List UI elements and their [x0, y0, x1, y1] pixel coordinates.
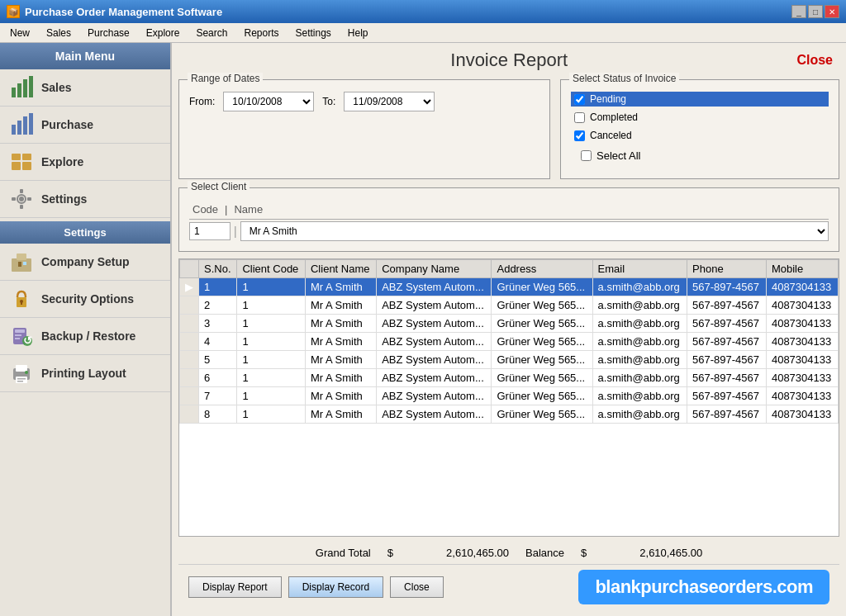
phone-cell: 567-897-4567	[687, 296, 767, 315]
select-client-title: Select Client	[188, 181, 250, 192]
status-checkbox-completed[interactable]	[574, 112, 585, 123]
to-date-select[interactable]: 11/09/2008	[344, 92, 435, 111]
status-label-pending: Pending	[590, 93, 626, 105]
company-name-cell: ABZ System Autom...	[377, 387, 492, 405]
sidebar-item-purchase[interactable]: Purchase	[0, 107, 170, 144]
col-sno: S.No.	[199, 260, 237, 278]
address-cell: Grüner Weg 565...	[492, 369, 592, 387]
phone-cell: 567-897-4567	[687, 405, 767, 424]
bottom-bar: Display Report Display Record Close blan…	[178, 564, 839, 609]
range-of-dates-box: Range of Dates From: 10/10/2008 To: 11/0…	[178, 79, 550, 179]
email-cell: a.smith@abb.org	[592, 315, 687, 333]
col-email: Email	[592, 260, 687, 278]
status-checkbox-pending[interactable]	[574, 94, 585, 105]
menu-new[interactable]: New	[3, 26, 36, 40]
to-label: To:	[322, 96, 335, 107]
phone-cell: 567-897-4567	[687, 369, 767, 387]
mobile-cell: 4087304133	[766, 333, 838, 351]
company-setup-icon	[10, 250, 33, 273]
status-item-pending[interactable]: Pending	[571, 92, 829, 107]
display-report-button[interactable]: Display Report	[188, 576, 282, 598]
sno-cell: 5	[199, 351, 237, 369]
menu-purchase[interactable]: Purchase	[81, 26, 136, 40]
sidebar-item-settings-main[interactable]: Settings	[0, 181, 170, 218]
minimize-button[interactable]: _	[791, 5, 806, 18]
svg-rect-24	[21, 301, 22, 305]
maximize-button[interactable]: □	[808, 5, 823, 18]
table-row[interactable]: 31Mr A SmithABZ System Autom...Grüner We…	[180, 315, 839, 333]
svg-rect-14	[20, 189, 23, 193]
row-indicator	[180, 351, 199, 369]
window-close-button[interactable]: ✕	[825, 5, 839, 18]
explore-icon	[10, 150, 33, 173]
svg-rect-26	[15, 329, 25, 333]
table-row[interactable]: 21Mr A SmithABZ System Autom...Grüner We…	[180, 296, 839, 315]
svg-rect-21	[23, 262, 26, 265]
sidebar-item-backup-restore[interactable]: ↺ Backup / Restore	[0, 318, 170, 355]
sidebar-item-explore[interactable]: Explore	[0, 144, 170, 181]
sidebar-item-sales[interactable]: Sales	[0, 69, 170, 107]
company-name-cell: ABZ System Autom...	[377, 315, 492, 333]
email-cell: a.smith@abb.org	[592, 351, 687, 369]
svg-point-36	[25, 371, 28, 374]
svg-rect-27	[15, 334, 21, 336]
svg-rect-1	[17, 83, 21, 97]
sidebar-item-printing-layout[interactable]: Printing Layout	[0, 355, 170, 392]
svg-rect-5	[17, 121, 21, 135]
email-cell: a.smith@abb.org	[592, 405, 687, 424]
balance-label: Balance	[525, 547, 564, 559]
dollar-sign-2: $	[581, 547, 587, 559]
col-indicator	[180, 260, 199, 278]
select-all-checkbox[interactable]	[581, 150, 592, 161]
table-row[interactable]: 61Mr A SmithABZ System Autom...Grüner We…	[180, 369, 839, 387]
status-item-canceled[interactable]: Canceled	[571, 128, 829, 143]
invoice-close-button[interactable]: Close	[790, 51, 839, 69]
table-row[interactable]: 51Mr A SmithABZ System Autom...Grüner We…	[180, 351, 839, 369]
from-date-select[interactable]: 10/10/2008	[223, 92, 314, 111]
window-controls[interactable]: _ □ ✕	[791, 5, 839, 18]
client-code-cell: 1	[237, 315, 306, 333]
sidebar-settings-header: Settings	[0, 221, 170, 244]
close-button[interactable]: Close	[390, 576, 444, 598]
invoice-table-container[interactable]: S.No. Client Code Client Name Company Na…	[178, 258, 839, 537]
company-name-cell: ABZ System Autom...	[377, 369, 492, 387]
menu-explore[interactable]: Explore	[140, 26, 187, 40]
client-name-cell: Mr A Smith	[305, 333, 376, 351]
svg-rect-11	[22, 162, 31, 170]
table-row[interactable]: 41Mr A SmithABZ System Autom...Grüner We…	[180, 333, 839, 351]
menu-settings[interactable]: Settings	[289, 26, 338, 40]
client-name-select[interactable]: Mr A Smith	[240, 221, 829, 241]
grand-total-label: Grand Total	[316, 547, 371, 559]
sidebar-label-printing: Printing Layout	[41, 367, 126, 380]
col-company-name: Company Name	[377, 260, 492, 278]
menu-help[interactable]: Help	[341, 26, 375, 40]
menu-search[interactable]: Search	[189, 26, 234, 40]
mobile-cell: 4087304133	[766, 351, 838, 369]
display-record-button[interactable]: Display Record	[288, 576, 383, 598]
status-checkbox-canceled[interactable]	[574, 130, 585, 141]
status-item-completed[interactable]: Completed	[571, 110, 829, 125]
client-code-cell: 1	[237, 387, 306, 405]
col-client-code: Client Code	[237, 260, 306, 278]
sidebar-item-company-setup[interactable]: Company Setup	[0, 244, 170, 281]
svg-rect-3	[29, 76, 33, 97]
client-code-field[interactable]	[189, 222, 231, 240]
client-name-cell: Mr A Smith	[305, 369, 376, 387]
sales-icon	[10, 76, 33, 99]
table-row[interactable]: 81Mr A SmithABZ System Autom...Grüner We…	[180, 405, 839, 424]
sidebar-label-security: Security Options	[41, 292, 134, 306]
menu-reports[interactable]: Reports	[237, 26, 285, 40]
client-pipe: |	[234, 225, 237, 238]
sidebar-item-security-options[interactable]: Security Options	[0, 281, 170, 318]
client-name-cell: Mr A Smith	[305, 296, 376, 315]
menu-sales[interactable]: Sales	[40, 26, 78, 40]
table-row[interactable]: ▶11Mr A SmithABZ System Autom...Grüner W…	[180, 278, 839, 296]
email-cell: a.smith@abb.org	[592, 333, 687, 351]
table-row[interactable]: 71Mr A SmithABZ System Autom...Grüner We…	[180, 387, 839, 405]
sno-cell: 4	[199, 333, 237, 351]
select-all-label: Select All	[596, 149, 640, 162]
security-options-icon	[10, 287, 33, 310]
row-indicator	[180, 369, 199, 387]
phone-cell: 567-897-4567	[687, 333, 767, 351]
client-name-cell: Mr A Smith	[305, 405, 376, 424]
